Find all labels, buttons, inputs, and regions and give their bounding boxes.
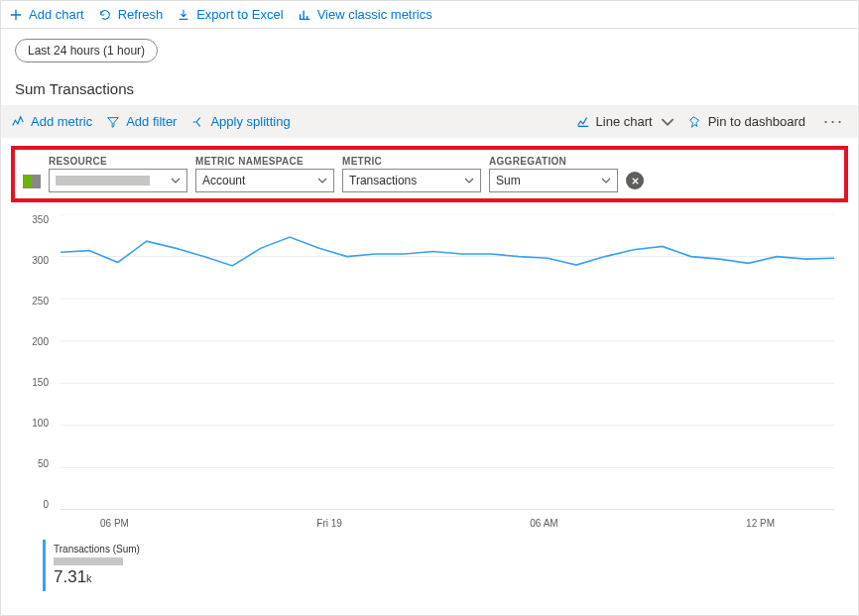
plot-area <box>61 214 834 510</box>
resource-label: RESOURCE <box>49 156 187 167</box>
export-button[interactable]: Export to Excel <box>177 7 283 22</box>
export-label: Export to Excel <box>196 7 283 22</box>
chevron-down-icon <box>601 176 611 185</box>
close-icon <box>631 177 640 185</box>
chart-area: 350300250200150100500 06 PMFri 1906 AM12… <box>19 214 844 532</box>
legend-value-num: 7.31 <box>54 567 86 586</box>
clear-metric-button[interactable] <box>626 172 644 189</box>
pin-icon <box>688 115 702 129</box>
add-metric-label: Add metric <box>31 114 92 129</box>
filter-icon <box>106 115 120 129</box>
chart-type-label: Line chart <box>596 114 653 129</box>
plus-icon <box>9 8 23 22</box>
legend-value-unit: k <box>86 572 92 584</box>
more-menu-button[interactable]: ··· <box>819 111 848 132</box>
chart-type-selector[interactable]: Line chart <box>576 114 675 129</box>
y-tick: 150 <box>32 377 49 388</box>
refresh-label: Refresh <box>118 7 164 22</box>
namespace-label: METRIC NAMESPACE <box>195 156 334 167</box>
aggregation-value: Sum <box>496 174 521 187</box>
metric-icon <box>11 115 25 129</box>
pin-button[interactable]: Pin to dashboard <box>688 114 805 129</box>
time-range-selector[interactable]: Last 24 hours (1 hour) <box>15 39 158 62</box>
y-tick: 0 <box>43 499 49 510</box>
namespace-field: METRIC NAMESPACE Account <box>195 156 334 192</box>
metric-field: METRIC Transactions <box>342 156 481 192</box>
chart-actions-bar: Add metric Add filter Apply splitting Li… <box>1 105 858 138</box>
aggregation-label: AGGREGATION <box>489 156 618 167</box>
metric-value: Transactions <box>349 174 417 187</box>
apply-splitting-label: Apply splitting <box>210 114 290 129</box>
scope-icon <box>23 175 41 188</box>
refresh-button[interactable]: Refresh <box>98 7 164 22</box>
y-tick: 350 <box>32 214 49 225</box>
pin-label: Pin to dashboard <box>708 114 805 129</box>
top-toolbar: Add chart Refresh Export to Excel View c… <box>1 1 858 29</box>
apply-splitting-button[interactable]: Apply splitting <box>190 114 290 129</box>
legend-card[interactable]: Transactions (Sum) 7.31k <box>43 540 840 591</box>
x-tick: 06 PM <box>100 518 129 532</box>
line-chart-svg <box>61 214 834 510</box>
resource-value-masked <box>56 176 150 185</box>
time-range-label: Last 24 hours (1 hour) <box>28 44 145 58</box>
chevron-down-icon <box>464 176 474 185</box>
classic-metrics-button[interactable]: View classic metrics <box>298 7 432 22</box>
y-tick: 300 <box>32 255 49 266</box>
y-tick: 100 <box>32 418 49 429</box>
metric-config-row: RESOURCE METRIC NAMESPACE Account METRIC… <box>11 146 848 202</box>
y-axis: 350300250200150100500 <box>19 214 55 510</box>
refresh-icon <box>98 8 112 22</box>
chevron-down-icon <box>171 176 181 185</box>
aggregation-field: AGGREGATION Sum <box>489 156 618 192</box>
download-icon <box>177 8 190 22</box>
time-range-row: Last 24 hours (1 hour) <box>1 29 858 72</box>
resource-select[interactable] <box>49 169 187 192</box>
split-icon <box>190 115 204 129</box>
x-tick: 06 AM <box>530 518 557 532</box>
add-filter-label: Add filter <box>126 114 177 129</box>
x-tick: 12 PM <box>746 518 775 532</box>
aggregation-select[interactable]: Sum <box>489 169 618 192</box>
add-metric-button[interactable]: Add metric <box>11 114 92 129</box>
y-tick: 250 <box>32 296 49 307</box>
legend-series-name: Transactions (Sum) <box>54 544 832 554</box>
y-tick: 50 <box>38 458 49 469</box>
line-chart-icon <box>576 115 590 129</box>
metric-label: METRIC <box>342 156 481 167</box>
x-tick: Fri 19 <box>316 518 342 532</box>
namespace-value: Account <box>202 174 245 187</box>
bar-chart-icon <box>298 8 311 22</box>
resource-field: RESOURCE <box>49 156 187 192</box>
classic-label: View classic metrics <box>317 7 432 22</box>
page-title: Sum Transactions <box>1 72 858 105</box>
namespace-select[interactable]: Account <box>195 169 334 192</box>
x-axis: 06 PMFri 1906 AM12 PM <box>61 514 834 532</box>
chevron-down-icon <box>661 115 675 129</box>
legend-resource-masked <box>54 557 123 565</box>
add-chart-button[interactable]: Add chart <box>9 7 84 22</box>
add-filter-button[interactable]: Add filter <box>106 114 177 129</box>
y-tick: 200 <box>32 336 49 347</box>
chevron-down-icon <box>317 176 327 185</box>
legend-value: 7.31k <box>54 567 832 587</box>
metric-select[interactable]: Transactions <box>342 169 481 192</box>
add-chart-label: Add chart <box>29 7 84 22</box>
